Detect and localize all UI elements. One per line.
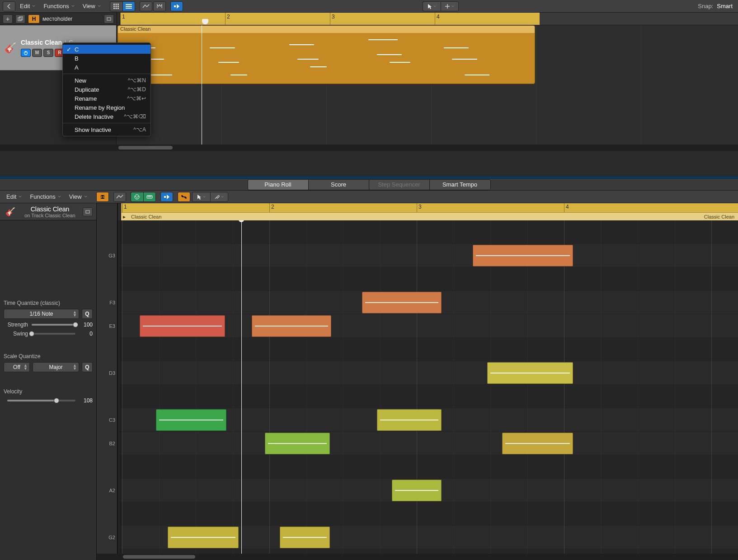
region-marker[interactable]: ▸ Classic Clean Classic Clean bbox=[121, 212, 738, 220]
midi-note[interactable] bbox=[265, 433, 329, 454]
secondary-tool-icon[interactable] bbox=[441, 1, 459, 11]
arrange-playhead[interactable] bbox=[202, 25, 202, 145]
menu-item[interactable]: A bbox=[63, 63, 150, 72]
menu-item[interactable]: New^⌥⌘N bbox=[63, 76, 150, 85]
ed-catch-icon[interactable] bbox=[160, 192, 173, 202]
swing-slider[interactable] bbox=[32, 333, 75, 335]
midi-note[interactable] bbox=[362, 292, 442, 313]
snap-value[interactable]: Smart bbox=[717, 3, 733, 9]
ed-edit-menu[interactable]: Edit bbox=[3, 192, 25, 201]
svg-rect-9 bbox=[126, 4, 132, 5]
pianoroll-keys[interactable]: G3F3E3D3C3B2A2G2 bbox=[97, 220, 118, 554]
arrange-toolbar: Edit Functions View Snap: Smart bbox=[0, 0, 738, 13]
svg-rect-27 bbox=[149, 196, 150, 197]
ed-automation-icon[interactable] bbox=[113, 192, 126, 202]
midi-note[interactable] bbox=[377, 409, 442, 431]
stepper-icon: ▲▼ bbox=[73, 311, 77, 317]
track-name: Classic Clean bbox=[21, 39, 62, 46]
arrange-area[interactable]: Classic Clean bbox=[117, 25, 738, 145]
pianoroll-h-scrollbar[interactable] bbox=[123, 555, 195, 559]
menu-item-shortcut: ^⌥⌘↩ bbox=[127, 95, 146, 102]
ed-region-filter-button[interactable] bbox=[83, 207, 93, 216]
pointer-tool-icon[interactable] bbox=[423, 1, 441, 11]
menu-item-label: A bbox=[75, 64, 79, 71]
svg-rect-4 bbox=[116, 5, 117, 7]
pianoroll-playhead[interactable] bbox=[241, 220, 242, 554]
menu-item[interactable]: Duplicate^⌥⌘D bbox=[63, 85, 150, 94]
time-quantize-select[interactable]: 1/16 Note ▲▼ bbox=[4, 309, 79, 319]
view-menu[interactable]: View bbox=[79, 1, 104, 11]
key-label: G3 bbox=[108, 253, 115, 258]
scale-quantize-button[interactable]: Q bbox=[82, 362, 93, 372]
flex-icon[interactable] bbox=[153, 1, 166, 11]
midi-out-icon[interactable] bbox=[143, 192, 156, 202]
midi-note[interactable] bbox=[473, 245, 573, 266]
chevron-down-icon bbox=[58, 195, 61, 198]
velocity-value: 108 bbox=[79, 397, 93, 404]
quantize-button[interactable]: Q bbox=[82, 309, 93, 319]
midi-note[interactable] bbox=[487, 362, 573, 384]
scale-quantize-scale-select[interactable]: Major ▲▼ bbox=[33, 362, 79, 372]
scale-quantize-on-select[interactable]: Off ▲▼ bbox=[4, 362, 30, 372]
duplicate-track-button[interactable] bbox=[15, 14, 25, 23]
menu-item[interactable]: ✓C bbox=[63, 45, 150, 54]
midi-note[interactable] bbox=[252, 315, 331, 337]
midi-note[interactable] bbox=[140, 315, 225, 337]
editor-tab[interactable]: Smart Tempo bbox=[430, 180, 490, 190]
midi-in-icon[interactable] bbox=[131, 192, 143, 202]
svg-rect-17 bbox=[107, 18, 111, 20]
velocity-label: Velocity bbox=[4, 388, 93, 395]
key-label: B2 bbox=[109, 441, 115, 446]
midi-note[interactable] bbox=[502, 433, 573, 454]
menu-item[interactable]: Rename by Region bbox=[63, 103, 150, 112]
strength-slider[interactable] bbox=[32, 324, 75, 326]
chevron-down-icon bbox=[84, 195, 87, 198]
catch-icon[interactable] bbox=[170, 1, 183, 11]
arrange-ruler[interactable]: 123456 bbox=[120, 13, 738, 25]
key-label: D3 bbox=[109, 370, 115, 376]
editor-tab[interactable]: Score bbox=[309, 180, 369, 190]
editor-tab[interactable]: Piano Roll bbox=[248, 180, 309, 190]
automation-icon[interactable] bbox=[140, 1, 152, 11]
midi-note[interactable] bbox=[168, 527, 238, 548]
back-icon[interactable] bbox=[3, 1, 15, 11]
track-mute-button[interactable]: M bbox=[32, 49, 42, 57]
menu-item-label: Duplicate bbox=[75, 86, 99, 93]
menu-item[interactable]: Delete Inactive^⌥⌘⌫ bbox=[63, 112, 150, 121]
svg-rect-11 bbox=[126, 8, 132, 9]
ed-functions-menu[interactable]: Functions bbox=[26, 192, 64, 201]
add-track-button[interactable]: + bbox=[3, 14, 13, 23]
track-alternative-menu[interactable]: ✓CBANew^⌥⌘NDuplicate^⌥⌘DRename^⌥⌘↩Rename… bbox=[62, 42, 151, 136]
pr-ruler-gutter[interactable] bbox=[118, 203, 121, 212]
functions-menu[interactable]: Functions bbox=[40, 1, 78, 11]
track-solo-button[interactable]: S bbox=[43, 49, 53, 57]
midi-region[interactable]: Classic Clean bbox=[118, 25, 535, 84]
ruler-gutter[interactable] bbox=[117, 13, 120, 25]
midi-note[interactable] bbox=[280, 527, 330, 548]
pianoroll-grid[interactable] bbox=[121, 220, 738, 554]
grid-view-icon[interactable] bbox=[110, 1, 122, 11]
bar-number: 4 bbox=[566, 204, 569, 210]
midi-note[interactable] bbox=[156, 409, 226, 431]
list-view-icon[interactable] bbox=[122, 1, 135, 11]
collapse-icon[interactable] bbox=[96, 192, 109, 202]
track-power-button[interactable] bbox=[21, 49, 31, 57]
velocity-slider[interactable] bbox=[7, 400, 75, 401]
edit-menu[interactable]: Edit bbox=[16, 1, 39, 11]
track-header-h-button[interactable]: H bbox=[28, 14, 40, 23]
ed-pointer-tool-icon[interactable] bbox=[192, 192, 210, 202]
track-filter-button[interactable] bbox=[104, 14, 114, 23]
svg-rect-6 bbox=[113, 8, 115, 9]
ed-secondary-tool-icon[interactable] bbox=[210, 192, 228, 202]
menu-item[interactable]: Show Inactive^⌥A bbox=[63, 125, 150, 134]
midi-note[interactable] bbox=[392, 480, 442, 501]
pianoroll-ruler[interactable]: 1234 bbox=[121, 203, 738, 212]
ed-view-menu[interactable]: View bbox=[66, 192, 91, 201]
link-icon[interactable] bbox=[178, 192, 190, 202]
playhead-handle[interactable] bbox=[202, 19, 208, 24]
menu-item[interactable]: B bbox=[63, 54, 150, 63]
ed-edit-menu-label: Edit bbox=[6, 193, 16, 200]
menu-item[interactable]: Rename^⌥⌘↩ bbox=[63, 94, 150, 103]
svg-rect-8 bbox=[118, 8, 119, 9]
arrange-h-scrollbar[interactable] bbox=[118, 146, 173, 149]
